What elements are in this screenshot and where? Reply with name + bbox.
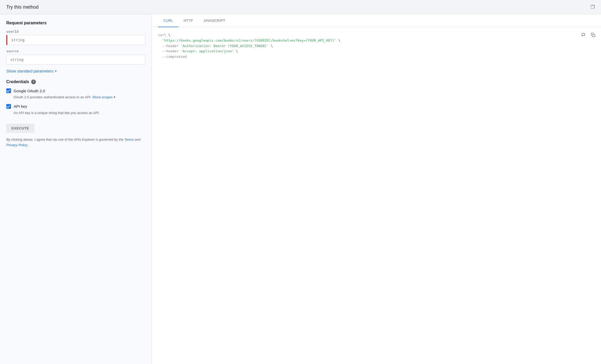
userid-input-wrapper	[6, 35, 145, 45]
expand-icon[interactable]: ❐	[591, 4, 595, 10]
credentials-title: Credentials	[6, 79, 29, 84]
oauth-description: OAuth 2.0 provides authenticated access …	[14, 95, 145, 100]
left-panel: Request parameters userId source Show st…	[0, 14, 152, 364]
copy-icon[interactable]	[589, 31, 597, 39]
credential-apikey-item: API key An API key is a unique string th…	[6, 104, 145, 116]
userid-label: userId	[6, 30, 145, 33]
terms-link[interactable]: Terms	[124, 138, 134, 141]
show-standard-params-label: Show standard parameters	[6, 69, 53, 73]
panel-header: Try this method ❐	[0, 0, 601, 14]
source-input[interactable]	[6, 55, 145, 65]
request-params-title: Request parameters	[6, 21, 145, 25]
oauth-name: Google OAuth 2.0	[14, 89, 45, 93]
userid-input[interactable]	[6, 35, 145, 45]
oauth-checkbox[interactable]	[6, 88, 11, 93]
show-standard-params-link[interactable]: Show standard parameters ▾	[6, 69, 145, 73]
credentials-help-icon[interactable]: ?	[31, 79, 36, 84]
tab-http[interactable]: HTTP	[178, 14, 198, 27]
privacy-policy-link[interactable]: Privacy Policy	[6, 143, 27, 147]
tab-curl[interactable]: cURL	[158, 14, 178, 27]
code-toolbar	[580, 31, 597, 39]
terms-text: By clicking above, I agree that my use o…	[6, 137, 145, 148]
code-chat-icon[interactable]	[580, 31, 587, 39]
code-line-1: curl \	[158, 32, 595, 38]
svg-rect-0	[582, 33, 585, 36]
credential-oauth-row: Google OAuth 2.0	[6, 88, 145, 93]
chevron-down-icon: ▾	[55, 69, 57, 73]
svg-rect-1	[593, 35, 595, 37]
apikey-checkbox[interactable]	[6, 104, 11, 109]
execute-button[interactable]: EXECUTE	[6, 124, 34, 133]
show-scopes-link[interactable]: Show scopes	[92, 95, 113, 99]
credentials-header: Credentials ?	[6, 79, 145, 84]
code-line-5: --compressed	[158, 54, 595, 60]
source-input-wrapper	[6, 55, 145, 65]
right-panel: cURL HTTP JAVASCRIPT	[152, 14, 601, 364]
code-block: curl \ 'https://books.googleapis.com/boo…	[158, 32, 595, 60]
credential-apikey-row: API key	[6, 104, 145, 109]
panel-title: Try this method	[6, 4, 38, 10]
source-label: source	[6, 49, 145, 53]
try-this-method-panel: Try this method ❐ Request parameters use…	[0, 0, 601, 364]
code-tabs: cURL HTTP JAVASCRIPT	[152, 14, 601, 27]
code-line-3: --header 'Authorization: Bearer [YOUR_AC…	[158, 43, 595, 49]
apikey-description: An API key is a unique string that lets …	[14, 110, 145, 116]
credentials-section: Credentials ? Google OAuth 2.0 OAuth 2.0…	[6, 79, 145, 115]
tab-javascript[interactable]: JAVASCRIPT	[198, 14, 230, 27]
code-area: curl \ 'https://books.googleapis.com/boo…	[152, 27, 601, 364]
apikey-name: API key	[14, 104, 27, 109]
main-content: Request parameters userId source Show st…	[0, 14, 601, 364]
code-line-2: 'https://books.googleapis.com/books/v1/u…	[158, 38, 595, 43]
code-line-4: --header 'Accept: application/json' \	[158, 49, 595, 54]
credential-oauth-item: Google OAuth 2.0 OAuth 2.0 provides auth…	[6, 88, 145, 100]
scopes-chevron: ▾	[114, 95, 115, 99]
